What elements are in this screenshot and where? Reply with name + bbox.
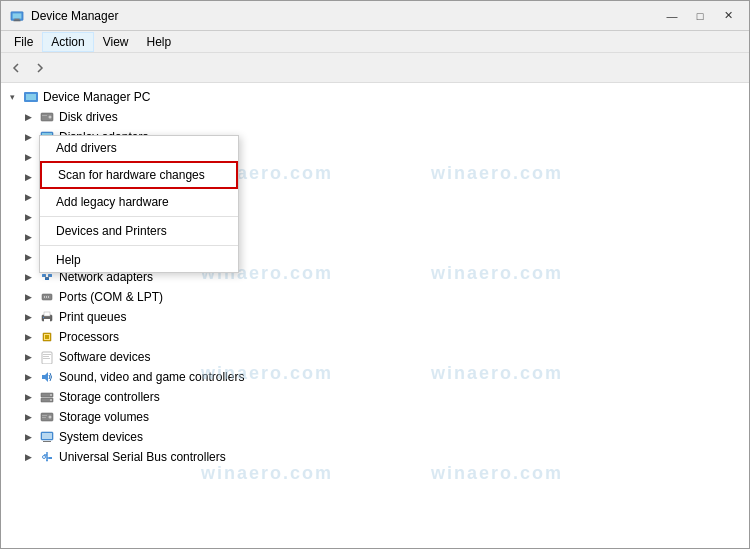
window-title: Device Manager <box>31 9 659 23</box>
svg-rect-45 <box>48 296 49 298</box>
disk-drives-expand: ▶ <box>21 110 35 124</box>
svg-rect-5 <box>26 94 36 100</box>
close-button[interactable]: ✕ <box>715 6 741 26</box>
sound-video-expand: ▶ <box>21 370 35 384</box>
print-queues-icon <box>39 309 55 325</box>
tree-item-ports[interactable]: ▶ Ports (COM & LPT) <box>1 287 749 307</box>
storage-controllers-expand: ▶ <box>21 390 35 404</box>
print-queues-expand: ▶ <box>21 310 35 324</box>
svg-rect-55 <box>43 356 49 357</box>
menu-bar: File Action View Help <box>1 31 749 53</box>
svg-rect-54 <box>43 354 51 355</box>
menu-file[interactable]: File <box>5 32 42 52</box>
sound-video-icon <box>39 369 55 385</box>
menu-help[interactable]: Help <box>138 32 181 52</box>
svg-rect-52 <box>45 335 49 339</box>
sound-video-label: Sound, video and game controllers <box>59 370 244 384</box>
action-dropdown-menu: Add drivers Scan for hardware changes Ad… <box>39 135 239 273</box>
tree-item-disk-drives[interactable]: ▶ Disk drives <box>1 107 749 127</box>
human-interface-expand: ▶ <box>21 170 35 184</box>
disk-drives-icon <box>39 109 55 125</box>
storage-volumes-icon <box>39 409 55 425</box>
svg-rect-73 <box>49 457 52 459</box>
root-label: Device Manager PC <box>43 90 150 104</box>
dropdown-add-legacy[interactable]: Add legacy hardware <box>40 190 238 214</box>
storage-controllers-label: Storage controllers <box>59 390 160 404</box>
svg-rect-43 <box>44 296 45 298</box>
software-devices-icon <box>39 349 55 365</box>
svg-rect-8 <box>42 115 47 116</box>
minimize-button[interactable]: — <box>659 6 685 26</box>
dvd-expand: ▶ <box>21 150 35 164</box>
window-controls: — □ ✕ <box>659 6 741 26</box>
ports-icon <box>39 289 55 305</box>
root-icon <box>23 89 39 105</box>
svg-rect-67 <box>42 433 52 439</box>
title-bar: Device Manager — □ ✕ <box>1 1 749 31</box>
svg-point-61 <box>50 399 52 401</box>
tree-item-sound-video[interactable]: ▶ Sound, video and game controllers <box>1 367 749 387</box>
software-devices-expand: ▶ <box>21 350 35 364</box>
dropdown-add-drivers[interactable]: Add drivers <box>40 136 238 160</box>
svg-rect-56 <box>43 358 50 359</box>
processors-label: Processors <box>59 330 119 344</box>
processors-icon <box>39 329 55 345</box>
tree-item-print-queues[interactable]: ▶ Print queues <box>1 307 749 327</box>
tree-item-software-devices[interactable]: ▶ Software devices <box>1 347 749 367</box>
usb-controllers-label: Universal Serial Bus controllers <box>59 450 226 464</box>
dropdown-separator-2 <box>40 245 238 246</box>
menu-action[interactable]: Action <box>42 32 93 52</box>
device-manager-window: Device Manager — □ ✕ File Action View He… <box>0 0 750 549</box>
processors-expand: ▶ <box>21 330 35 344</box>
svg-rect-48 <box>44 319 50 322</box>
menu-view[interactable]: View <box>94 32 138 52</box>
ports-label: Ports (COM & LPT) <box>59 290 163 304</box>
print-queues-label: Print queues <box>59 310 126 324</box>
dropdown-help[interactable]: Help <box>40 248 238 272</box>
svg-point-60 <box>50 394 52 396</box>
dropdown-devices-printers[interactable]: Devices and Printers <box>40 219 238 243</box>
svg-point-63 <box>49 416 52 419</box>
svg-point-7 <box>49 116 52 119</box>
forward-button[interactable] <box>29 57 51 79</box>
svg-rect-2 <box>14 18 19 20</box>
svg-rect-65 <box>42 417 46 418</box>
svg-point-72 <box>43 456 46 459</box>
svg-rect-47 <box>44 312 50 316</box>
network-adapters-expand: ▶ <box>21 270 35 284</box>
monitors-expand: ▶ <box>21 250 35 264</box>
mice-expand: ▶ <box>21 230 35 244</box>
maximize-button[interactable]: □ <box>687 6 713 26</box>
toolbar <box>1 53 749 83</box>
back-button[interactable] <box>5 57 27 79</box>
root-expand-icon: ▾ <box>5 90 19 104</box>
ports-expand: ▶ <box>21 290 35 304</box>
svg-rect-44 <box>46 296 47 298</box>
svg-rect-3 <box>14 20 21 21</box>
svg-rect-49 <box>43 317 44 318</box>
svg-rect-68 <box>43 441 51 442</box>
usb-controllers-icon <box>39 449 55 465</box>
disk-drives-label: Disk drives <box>59 110 118 124</box>
tree-root[interactable]: ▾ Device Manager PC <box>1 87 749 107</box>
svg-rect-64 <box>42 415 47 416</box>
usb-controllers-expand: ▶ <box>21 450 35 464</box>
system-devices-expand: ▶ <box>21 430 35 444</box>
storage-volumes-expand: ▶ <box>21 410 35 424</box>
keyboards-expand: ▶ <box>21 210 35 224</box>
svg-rect-1 <box>13 13 22 18</box>
dropdown-separator-1 <box>40 216 238 217</box>
storage-volumes-label: Storage volumes <box>59 410 149 424</box>
ide-ata-expand: ▶ <box>21 190 35 204</box>
dropdown-scan-hardware[interactable]: Scan for hardware changes <box>40 161 238 189</box>
tree-item-system-devices[interactable]: ▶ System devices <box>1 427 749 447</box>
display-adapters-expand: ▶ <box>21 130 35 144</box>
window-icon <box>9 8 25 24</box>
tree-item-usb-controllers[interactable]: ▶ Universal Serial Bus controllers <box>1 447 749 467</box>
main-content: winaero.com winaero.com winaero.com wina… <box>1 83 749 548</box>
tree-item-storage-controllers[interactable]: ▶ Storage controllers <box>1 387 749 407</box>
tree-item-processors[interactable]: ▶ Processors <box>1 327 749 347</box>
system-devices-icon <box>39 429 55 445</box>
system-devices-label: System devices <box>59 430 143 444</box>
tree-item-storage-volumes[interactable]: ▶ Storage volumes <box>1 407 749 427</box>
